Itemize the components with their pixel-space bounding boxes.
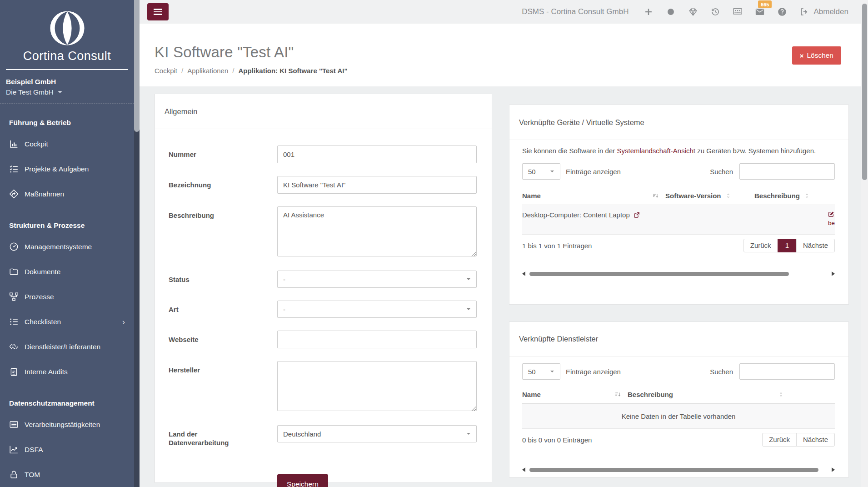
devices-hint: Sie können die Software in der Systemlan… [522,146,831,155]
chevron-right-icon: › [122,319,125,325]
chevron-down-icon [58,91,62,95]
webseite-field[interactable] [277,331,477,348]
providers-table-info: 0 bis 0 von 0 Einträgen [522,436,592,444]
form-row-beschreibung: Beschreibung AI Assistance [169,206,477,258]
logout-button[interactable]: Abmelden [799,7,848,17]
sidebar-item-label: Dienstleister/Lieferanten [25,343,100,351]
sort-amount-icon [614,391,621,398]
devices-table-controls: 50 Einträge anzeigen Suchen [522,163,835,180]
status-select[interactable]: - [277,271,477,288]
land-select[interactable]: Deutschland [277,425,477,442]
sidebar-item-tom[interactable]: TOM [0,462,134,487]
systemlandschaft-link[interactable]: Systemlandschaft-Ansicht [617,147,695,155]
gem-icon[interactable] [688,7,698,17]
hamburger-icon [154,9,162,10]
company-switcher[interactable]: Die Test GmbH [6,88,128,96]
providers-horizontal-scrollbar [522,467,835,472]
help-icon[interactable] [777,7,787,17]
search-label: Suchen [710,368,733,376]
nummer-field[interactable] [277,146,477,163]
breadcrumb-current: Applikation: KI Software "Test AI" [238,67,347,75]
edit-icon[interactable] [828,211,835,218]
prev-page-button[interactable]: Zurück [743,239,778,252]
providers-page-length-select[interactable]: 50 [522,363,560,380]
external-link-icon[interactable] [633,211,640,219]
delete-button[interactable]: × Löschen [792,46,841,65]
next-page-button[interactable]: Nächste [796,433,835,447]
beschreibung-label: Beschreibung [169,206,277,258]
art-select[interactable]: - [277,301,477,318]
scroll-left-icon[interactable] [522,467,525,472]
scrollbar-track[interactable] [529,468,828,472]
column-header-name[interactable]: Name [522,192,665,200]
column-header-beschreibung[interactable]: Beschreibung [754,192,835,200]
next-page-button[interactable]: Nächste [796,239,835,252]
logout-icon [799,7,809,17]
sidebar-item-prozesse[interactable]: Prozesse [0,284,134,309]
training-board-icon[interactable] [733,7,743,17]
sidebar-item-label: Interne Audits [25,368,68,376]
sidebar-item-verarbeitungstaetigkeiten[interactable]: Verarbeitungstätigkeiten [0,412,134,437]
page-scrollbar-thumb[interactable] [862,4,867,180]
nummer-label: Nummer [169,146,277,163]
devices-page-length-select[interactable]: 50 [522,163,560,180]
sidebar-scrollbar[interactable] [134,0,140,487]
sidebar: Cortina Consult Beispiel GmbH Die Test G… [0,0,134,487]
devices-search-input[interactable] [739,163,835,180]
bezeichnung-field[interactable] [277,176,477,194]
land-label: Land der Datenverarbeitung [169,425,277,447]
menu-toggle-button[interactable] [147,3,169,20]
column-header-software-version[interactable]: Software-Version [665,192,754,200]
save-button[interactable]: Speichern [277,474,328,487]
sort-updown-icon [778,391,784,398]
providers-panel: Verknüpfte Dienstleister 50 Einträge anz… [509,321,849,477]
sidebar-item-checklisten[interactable]: Checklisten › [0,309,134,334]
sidebar-item-label: TOM [25,471,40,479]
scroll-right-icon[interactable] [832,467,835,472]
column-header-name[interactable]: Name [522,391,628,398]
allgemein-panel-title: Allgemein [155,94,492,129]
scroll-right-icon[interactable] [832,271,835,276]
sidebar-item-cockpit[interactable]: Cockpit [0,131,134,156]
breadcrumb-cockpit[interactable]: Cockpit [155,67,177,75]
nav-section-fuehrung: Führung & Betrieb [0,104,134,131]
sidebar-item-dokumente[interactable]: Dokumente [0,259,134,284]
form-row-status: Status - [169,271,477,288]
add-icon[interactable] [644,7,653,17]
art-select-value: - [283,306,285,313]
form-row-bezeichnung: Bezeichnung [169,176,477,194]
column-header-beschreibung[interactable]: Beschreibung [628,391,784,398]
beschreibung-field[interactable]: AI Assistance [277,206,477,256]
hersteller-field[interactable] [277,361,477,411]
network-icon [9,292,19,301]
status-select-value: - [283,276,285,283]
sort-updown-icon [803,192,810,199]
sidebar-item-label: Dokumente [25,268,60,276]
sidebar-item-dsfa[interactable]: DSFA [0,437,134,462]
sidebar-item-projekte-aufgaben[interactable]: Projekte & Aufgaben [0,156,134,181]
sidebar-item-dienstleister-lieferanten[interactable]: Dienstleister/Lieferanten [0,334,134,359]
form-row-land: Land der Datenverarbeitung Deutschland [169,425,477,447]
sidebar-item-massnahmen[interactable]: Maßnahmen [0,181,134,206]
sidebar-item-interne-audits[interactable]: Interne Audits [0,359,134,384]
mail-icon[interactable]: 665 [755,7,765,17]
prev-page-button[interactable]: Zurück [762,433,797,447]
company-block: Beispiel GmbH Die Test GmbH [0,70,134,104]
status-dot-icon[interactable] [666,7,676,17]
page-1-button[interactable]: 1 [778,239,797,252]
table-list-icon [9,420,19,429]
sidebar-scrollbar-thumb[interactable] [134,0,140,132]
scrollbar-track[interactable] [529,272,828,276]
sidebar-item-managementsysteme[interactable]: Managementsysteme [0,234,134,259]
form-row-hersteller: Hersteller [169,361,477,412]
scrollbar-thumb[interactable] [529,272,789,276]
scroll-left-icon[interactable] [522,271,525,276]
page-scrollbar[interactable] [861,0,868,487]
breadcrumb-applikationen[interactable]: Applikationen [187,67,228,75]
truncated-edit-link[interactable]: be [828,220,835,226]
history-icon[interactable] [710,7,720,17]
page-title: KI Software "Test AI" [140,24,861,61]
providers-search-input[interactable] [739,363,835,380]
nav-section-datenschutz: Datenschutzmanagement [0,384,134,412]
scrollbar-thumb[interactable] [529,468,818,472]
